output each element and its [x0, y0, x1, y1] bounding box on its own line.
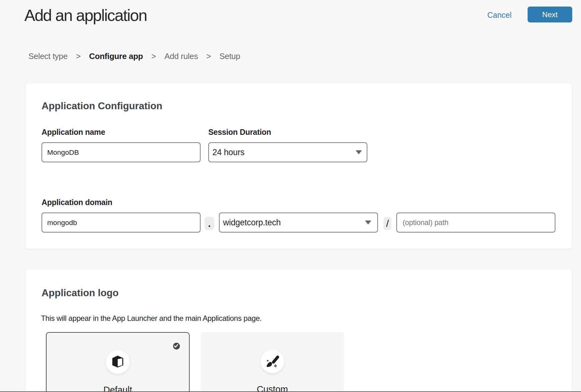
domain-value: widgetcorp.tech [220, 218, 281, 228]
paint-brush-icon [266, 355, 279, 368]
path-placeholder: (optional) path [397, 218, 449, 227]
chevron-down-icon [365, 220, 371, 225]
session-duration-value: 24 hours [209, 148, 245, 157]
breadcrumb-separator: > [206, 52, 211, 60]
page-title: Add an application [24, 7, 147, 23]
application-name-input[interactable]: MongoDB [42, 142, 201, 162]
session-duration-select[interactable]: 24 hours [208, 142, 367, 162]
breadcrumb-step-select-type[interactable]: Select type [28, 52, 67, 60]
breadcrumb-separator: > [76, 52, 81, 60]
application-name-value: MongoDB [42, 148, 79, 157]
domain-select[interactable]: widgetcorp.tech [219, 213, 378, 233]
logo-option-custom[interactable]: Custom [201, 332, 344, 392]
application-domain-label: Application domain [42, 198, 112, 206]
cube-icon [111, 355, 125, 369]
subdomain-input[interactable]: mongodb [42, 213, 201, 233]
cancel-button[interactable]: Cancel [487, 11, 512, 19]
application-configuration-card: Application Configuration Application na… [25, 83, 572, 249]
session-duration-label: Session Duration [208, 128, 271, 136]
domain-dot-separator: . [205, 217, 214, 230]
breadcrumb-step-configure-app[interactable]: Configure app [89, 52, 143, 60]
application-name-label: Application name [42, 128, 105, 136]
logo-option-custom-label: Custom [201, 384, 344, 392]
path-input[interactable]: (optional) path [396, 213, 555, 233]
next-button[interactable]: Next [528, 7, 572, 22]
custom-logo-circle [261, 350, 284, 373]
chevron-down-icon [355, 150, 362, 154]
path-slash-separator: / [384, 217, 391, 230]
breadcrumb: Select type > Configure app > Add rules … [28, 52, 240, 60]
breadcrumb-step-add-rules[interactable]: Add rules [164, 52, 198, 60]
breadcrumb-separator: > [151, 52, 156, 60]
application-logo-description: This will appear in the App Launcher and… [41, 315, 262, 322]
application-logo-card: Application logo This will appear in the… [25, 269, 572, 392]
selected-check-badge [172, 342, 181, 350]
application-logo-heading: Application logo [42, 288, 119, 298]
subdomain-value: mongodb [42, 218, 77, 227]
check-icon [174, 344, 179, 349]
logo-option-default[interactable]: Default [46, 332, 190, 392]
application-configuration-heading: Application Configuration [42, 101, 162, 111]
default-logo-circle [106, 350, 130, 374]
breadcrumb-step-setup[interactable]: Setup [219, 52, 240, 60]
